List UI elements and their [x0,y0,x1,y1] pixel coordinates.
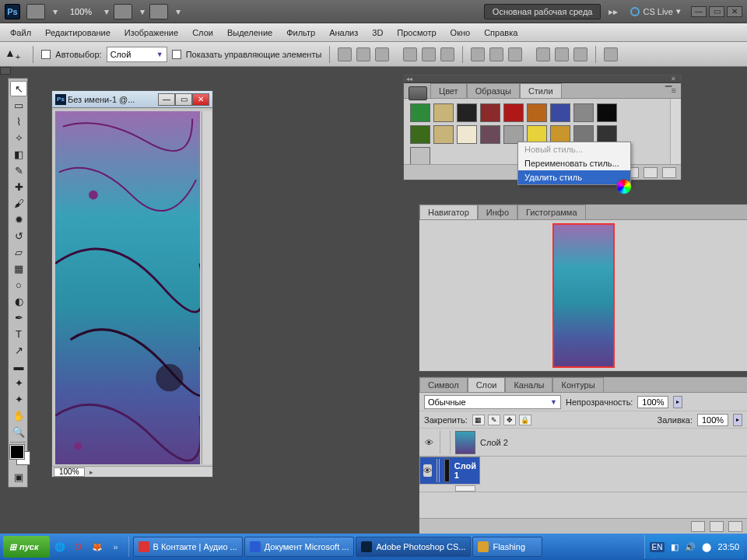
fill-input[interactable]: 100% [697,414,728,426]
align-icon[interactable] [422,47,436,61]
distribute-icon[interactable] [471,47,485,61]
tab-color[interactable]: Цвет [430,83,467,98]
tools-collapse-tab[interactable] [0,67,11,75]
layer-fx-icon[interactable] [710,521,724,532]
layer-link-area[interactable] [437,459,440,482]
document-titlebar[interactable]: Ps Без имени-1 @... — ▭ ✕ [52,91,212,108]
menu-layers[interactable]: Слои [185,25,220,40]
doc-minimize-button[interactable]: — [158,93,175,106]
menu-window[interactable]: Окно [444,25,478,40]
tray-icon[interactable]: ◧ [671,542,679,552]
zoom-indicator[interactable]: 100% [70,7,92,16]
crop-tool[interactable]: ◧ [10,146,27,162]
link-layers-icon[interactable] [691,521,705,532]
tab-swatches[interactable]: Образцы [467,83,520,98]
autoselect-checkbox[interactable] [41,50,51,59]
titlebar-tool-3[interactable] [149,4,168,19]
style-swatch[interactable] [410,103,430,122]
blur-tool[interactable]: ○ [10,277,27,292]
styles-scrollbar[interactable] [670,99,681,164]
style-swatch[interactable] [503,103,524,122]
navigator-thumbnail[interactable] [552,223,615,368]
layer-link-area[interactable] [440,431,451,454]
layer-thumbnail[interactable] [444,459,449,482]
auto-align-icon[interactable] [604,47,618,61]
gradient-tool[interactable]: ▦ [10,261,27,276]
style-swatch[interactable] [433,125,454,144]
panel-gripper[interactable]: ◂◂ ✕ [404,75,681,83]
taskbar-item[interactable]: В Контакте | Аудио ... [133,537,243,557]
layer-row[interactable]: 👁 Слой 2 [419,429,747,457]
style-swatch[interactable] [410,147,430,166]
style-swatch[interactable] [480,125,500,144]
tab-character[interactable]: Символ [419,377,468,392]
titlebar-tool-2[interactable] [114,4,132,19]
lock-pixels-icon[interactable]: ✎ [488,415,500,425]
distribute-icon[interactable] [508,47,522,61]
align-icon[interactable] [338,47,352,61]
collapse-icon[interactable]: ◂◂ [406,75,414,80]
quickmask-tool[interactable]: ▣ [10,469,27,485]
quicklaunch-expand-icon[interactable]: » [107,537,124,556]
delete-style-icon[interactable] [662,167,676,178]
autoselect-dropdown[interactable]: Слой ▼ [107,47,167,62]
lock-transparency-icon[interactable]: ▦ [472,415,485,425]
style-swatch[interactable] [527,103,547,122]
style-swatch[interactable] [457,125,477,144]
align-icon[interactable] [440,47,454,61]
menu-3d[interactable]: 3D [365,25,390,40]
3d-tool[interactable]: ✦ [10,375,27,390]
menu-help[interactable]: Справка [477,25,524,40]
layer-row[interactable]: 👁 Слой 1 [419,457,480,485]
doc-close-button[interactable]: ✕ [192,93,209,106]
taskbar-item[interactable]: Flashing [472,537,542,557]
menu-view[interactable]: Просмотр [390,25,443,40]
style-swatch[interactable] [433,103,454,122]
tab-info[interactable]: Инфо [478,205,517,219]
layer-name[interactable]: Слой 1 [454,461,476,480]
expand-icon[interactable]: ▸▸ [608,6,618,17]
wand-tool[interactable]: ✧ [10,130,27,145]
navigator-body[interactable] [419,220,747,371]
menu-image[interactable]: Изображение [117,25,185,40]
distribute-icon[interactable] [536,47,550,61]
minimize-button[interactable]: — [691,6,707,17]
document-zoom-field[interactable]: 100% [54,467,85,477]
language-indicator[interactable]: EN [650,542,665,552]
opacity-slider-icon[interactable]: ▸ [673,396,682,408]
menu-file[interactable]: Файл [3,25,38,40]
panel-menu-icon[interactable]: ▔≡ [661,83,681,98]
eyedropper-tool[interactable]: ✎ [10,163,27,178]
zoom-tool[interactable]: 🔍 [10,424,27,439]
doc-maximize-button[interactable]: ▭ [175,93,192,106]
align-icon[interactable] [375,47,389,61]
taskbar-item[interactable]: Adobe Photoshop CS... [356,537,471,557]
document-info-icon[interactable]: ▸ [89,468,93,476]
fill-slider-icon[interactable]: ▸ [733,414,742,426]
dodge-tool[interactable]: ◐ [10,293,27,309]
lock-all-icon[interactable]: 🔒 [519,415,531,425]
align-icon[interactable] [356,47,370,61]
menu-analysis[interactable]: Анализ [322,25,365,40]
taskbar-item[interactable]: Документ Microsoft ... [244,537,355,557]
tab-histogram[interactable]: Гистограмма [517,205,586,219]
ctx-rename-style[interactable]: Переименовать стиль... [518,156,630,170]
tab-channels[interactable]: Каналы [505,377,552,392]
start-button[interactable]: ⊞ пуск [3,536,50,558]
align-icon[interactable] [403,47,417,61]
clock[interactable]: 23:50 [717,542,739,551]
stamp-tool[interactable]: ✹ [10,212,27,227]
close-button[interactable]: ✕ [727,6,742,17]
distribute-icon[interactable] [489,47,503,61]
3d-camera-tool[interactable]: ✦ [10,391,27,407]
cslive-button[interactable]: CS Live ▾ [630,6,681,16]
ctx-delete-style[interactable]: Удалить стиль [518,170,630,184]
panel-dock-icon[interactable] [409,86,427,100]
maximize-button[interactable]: ▭ [709,6,724,17]
tab-navigator[interactable]: Навигатор [419,205,478,219]
menu-select[interactable]: Выделение [220,25,279,40]
menu-filter[interactable]: Фильтр [279,25,322,40]
visibility-eye-icon[interactable]: 👁 [423,436,435,449]
show-controls-checkbox[interactable] [172,50,181,59]
move-tool[interactable]: ↖ [10,81,27,96]
